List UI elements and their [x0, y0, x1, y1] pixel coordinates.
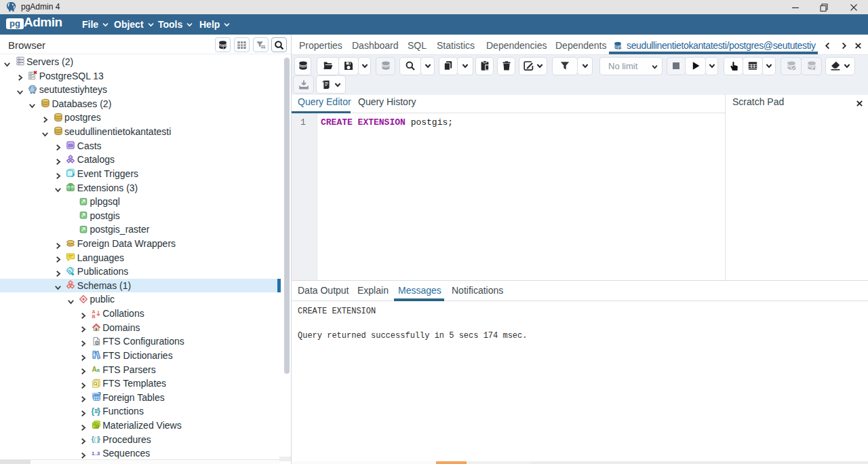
svg-text:{: { [92, 406, 94, 416]
svg-text:A: A [92, 366, 96, 373]
svg-text:3: 3 [97, 450, 100, 457]
svg-text:B: B [92, 313, 95, 317]
svg-text:a: a [96, 367, 100, 373]
svg-text:): ) [96, 436, 98, 443]
svg-text:(: ( [94, 436, 96, 443]
svg-text:69: 69 [68, 143, 74, 148]
